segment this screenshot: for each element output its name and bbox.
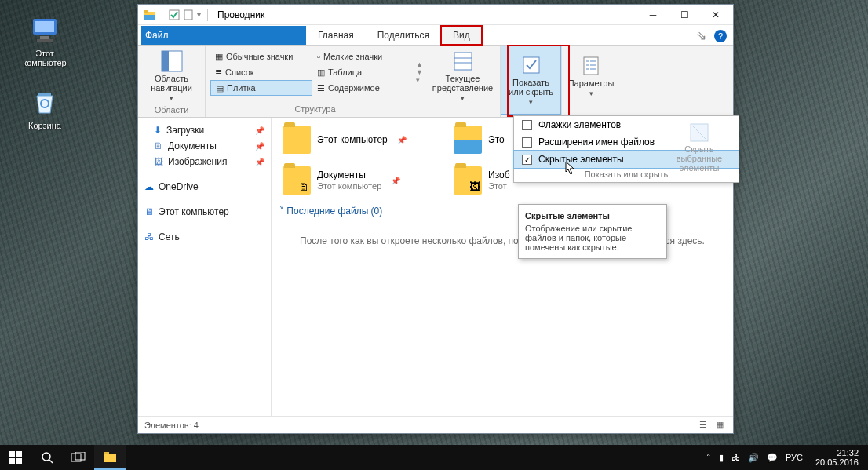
help-icon[interactable]: ? bbox=[714, 30, 727, 42]
svg-line-25 bbox=[49, 460, 53, 463]
folder-icon bbox=[454, 126, 482, 154]
desktop-icon-recycle-bin[interactable]: Корзина bbox=[17, 86, 72, 130]
folder-item[interactable]: 🗎 ДокументыЭтот компьютер 📌 bbox=[279, 163, 444, 198]
pictures-icon: 🖼 bbox=[154, 156, 163, 167]
svg-rect-10 bbox=[184, 10, 192, 20]
taskbar-clock[interactable]: 21:32 20.05.2016 bbox=[811, 448, 863, 467]
tray-network-icon[interactable]: 🖧 bbox=[731, 453, 740, 462]
tray-volume-icon[interactable]: 🔊 bbox=[748, 453, 759, 463]
tray-battery-icon[interactable]: ▮ bbox=[719, 453, 724, 463]
explorer-icon bbox=[143, 9, 155, 21]
tooltip-body: Отображение или скрытие файлов и папок, … bbox=[525, 224, 660, 252]
svg-point-24 bbox=[42, 453, 50, 461]
status-item-count: Элементов: 4 bbox=[144, 421, 199, 430]
nav-network[interactable]: 🖧Сеть bbox=[140, 229, 269, 245]
navigation-pane[interactable]: ⬇Загрузки📌 🗎Документы📌 🖼Изображения📌 ☁On… bbox=[138, 118, 272, 416]
tab-view[interactable]: Вид bbox=[441, 26, 482, 45]
maximize-button[interactable]: ☐ bbox=[669, 5, 700, 25]
minimize-ribbon-icon[interactable]: ⇘ bbox=[696, 28, 706, 43]
folder-icon: 🖼 bbox=[454, 166, 482, 195]
svg-rect-23 bbox=[16, 458, 22, 464]
options-button[interactable]: Параметры bbox=[567, 49, 615, 104]
show-hide-dropdown: Скрыть выбранные элементы Флажки элемент… bbox=[513, 115, 739, 183]
svg-rect-29 bbox=[104, 452, 109, 454]
checkbox-icon[interactable]: ✓ bbox=[522, 155, 532, 165]
checkbox-icon[interactable] bbox=[522, 120, 532, 130]
layout-scroll-down[interactable]: ▼ bbox=[416, 68, 423, 76]
minimize-button[interactable]: ─ bbox=[637, 5, 669, 25]
search-button[interactable] bbox=[31, 445, 63, 470]
ribbon: Область навигации Области ▦Обычные значк… bbox=[138, 46, 733, 118]
layout-table[interactable]: ▥Таблица bbox=[312, 64, 414, 80]
tab-share[interactable]: Поделиться bbox=[366, 26, 441, 45]
options-icon bbox=[580, 55, 602, 77]
svg-rect-20 bbox=[9, 451, 15, 457]
tooltip-title: Скрытые элементы bbox=[525, 211, 660, 220]
status-bar: Элементов: 4 ☰ ▦ bbox=[138, 416, 733, 433]
recycle-bin-icon bbox=[29, 86, 60, 118]
pin-icon: 📌 bbox=[255, 126, 264, 135]
current-view-icon bbox=[452, 50, 474, 72]
close-button[interactable]: ✕ bbox=[700, 5, 731, 25]
svg-rect-22 bbox=[9, 458, 15, 464]
nav-documents[interactable]: 🗎Документы📌 bbox=[140, 138, 269, 154]
svg-rect-7 bbox=[144, 10, 148, 13]
pin-icon: 📌 bbox=[255, 142, 264, 151]
tooltip: Скрытые элементы Отображение или скрытие… bbox=[518, 204, 667, 259]
svg-rect-1 bbox=[35, 21, 54, 32]
nav-downloads[interactable]: ⬇Загрузки📌 bbox=[140, 122, 269, 138]
tray-language[interactable]: РУС bbox=[786, 453, 803, 462]
pin-icon: 📌 bbox=[391, 177, 400, 185]
svg-rect-2 bbox=[40, 36, 49, 39]
ribbon-group-layout: Структура bbox=[210, 103, 420, 115]
desktop-icon-this-pc[interactable]: Этот компьютер bbox=[17, 14, 72, 67]
qat-dropdown-icon[interactable]: ▾ bbox=[197, 10, 201, 19]
layout-expand[interactable]: ▾ bbox=[416, 76, 423, 84]
nav-pictures[interactable]: 🖼Изображения📌 bbox=[140, 154, 269, 169]
task-view-button[interactable] bbox=[63, 445, 94, 470]
taskbar[interactable]: ˄ ▮ 🖧 🔊 💬 РУС 21:32 20.05.2016 bbox=[0, 445, 868, 470]
title-bar[interactable]: ▾ Проводник ─ ☐ ✕ bbox=[138, 5, 733, 25]
start-button[interactable] bbox=[0, 445, 31, 470]
show-hide-icon bbox=[520, 54, 542, 76]
svg-rect-13 bbox=[454, 53, 472, 70]
folder-item[interactable]: Этот компьютер 📌 bbox=[279, 122, 444, 157]
view-thumbs-icon[interactable]: ▦ bbox=[713, 420, 727, 429]
qat-doc-icon[interactable] bbox=[183, 9, 194, 20]
view-details-icon[interactable]: ☰ bbox=[696, 420, 710, 429]
svg-rect-12 bbox=[162, 51, 169, 71]
network-icon: 🖧 bbox=[144, 231, 154, 242]
qat-checkbox-icon[interactable] bbox=[169, 9, 180, 20]
current-view-button[interactable]: Текущее представление bbox=[430, 49, 495, 104]
layout-scroll-up[interactable]: ▲ bbox=[416, 60, 423, 68]
svg-rect-28 bbox=[104, 454, 116, 462]
downloads-icon: ⬇ bbox=[154, 125, 162, 136]
tray-up-icon[interactable]: ˄ bbox=[706, 453, 711, 463]
svg-rect-8 bbox=[144, 15, 155, 20]
layout-medium-icons[interactable]: ▦Обычные значки bbox=[210, 49, 312, 64]
tray-notifications-icon[interactable]: 💬 bbox=[767, 453, 778, 463]
svg-rect-3 bbox=[37, 39, 53, 42]
svg-rect-21 bbox=[16, 451, 22, 457]
layout-content[interactable]: ☰Содержимое bbox=[312, 80, 414, 96]
hide-selected-button[interactable]: Скрыть выбранные элементы bbox=[666, 121, 732, 173]
folder-icon bbox=[283, 126, 311, 154]
ribbon-group-panes: Области bbox=[143, 104, 200, 116]
show-hide-button[interactable]: Показать или скрыть bbox=[501, 46, 561, 115]
taskbar-explorer[interactable] bbox=[94, 445, 126, 470]
documents-icon: 🗎 bbox=[154, 140, 163, 151]
checkbox-icon[interactable] bbox=[522, 137, 532, 148]
desktop-icon-label: Корзина bbox=[28, 121, 61, 130]
tab-home[interactable]: Главная bbox=[306, 26, 366, 45]
navigation-pane-button[interactable]: Область навигации bbox=[143, 49, 200, 104]
folder-icon: 🗎 bbox=[283, 166, 311, 195]
tab-file[interactable]: Файл bbox=[141, 26, 306, 45]
nav-this-pc[interactable]: 🖥Этот компьютер bbox=[140, 204, 269, 220]
layout-list[interactable]: ≣Список bbox=[210, 64, 312, 80]
panes-icon bbox=[161, 50, 183, 72]
layout-tile[interactable]: ▤Плитка bbox=[210, 80, 312, 96]
layout-small-icons[interactable]: ▫Мелкие значки bbox=[312, 49, 414, 64]
computer-icon: 🖥 bbox=[144, 206, 154, 217]
nav-onedrive[interactable]: ☁OneDrive bbox=[140, 179, 269, 195]
onedrive-icon: ☁ bbox=[144, 181, 154, 192]
